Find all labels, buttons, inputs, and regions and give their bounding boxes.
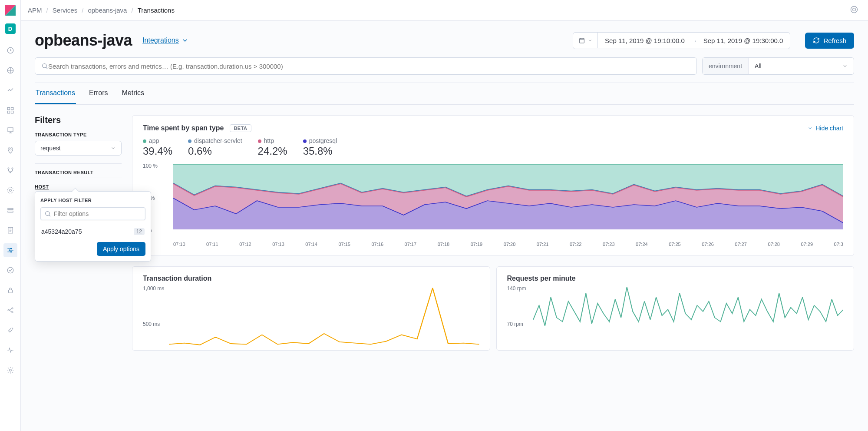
- legend-item[interactable]: http24.2%: [258, 137, 287, 157]
- chevron-down-icon: [182, 37, 188, 44]
- refresh-button[interactable]: Refresh: [805, 33, 854, 49]
- xtick: 07:29: [801, 242, 813, 247]
- refresh-icon: [813, 37, 820, 44]
- ytick: 1,000 ms: [143, 285, 164, 292]
- legend-label: postgresql: [309, 137, 337, 144]
- popover-option[interactable]: a45324a20a75 12: [35, 225, 151, 239]
- breadcrumb-current: Transactions: [138, 7, 175, 14]
- rpm-chart[interactable]: 140 rpm 70 rpm: [507, 285, 844, 350]
- nav-infra[interactable]: [3, 183, 17, 197]
- page-header: opbeans-java Integrations Sep 11, 2019 @…: [35, 31, 854, 50]
- popover-title: APPLY HOST FILTER: [35, 196, 151, 207]
- date-from: Sep 11, 2019 @ 19:10:00.0: [605, 37, 685, 44]
- legend-percent: 35.8%: [303, 145, 337, 157]
- popover-search[interactable]: [40, 207, 145, 220]
- search-input[interactable]: [48, 63, 690, 70]
- host-filter-popover: APPLY HOST FILTER a45324a20a75 12 Apply …: [35, 191, 151, 262]
- nav-maps[interactable]: [3, 143, 17, 157]
- legend-label: http: [264, 137, 274, 144]
- nav-discover[interactable]: [3, 63, 17, 77]
- span-chart[interactable]: 100 % 50 % 0 % 07:1007:1107:1207:1307:14…: [143, 164, 843, 247]
- nav-apm[interactable]: [3, 243, 17, 257]
- xtick: 07:25: [669, 242, 681, 247]
- svg-point-19: [9, 250, 10, 251]
- nav-dashboard[interactable]: [3, 103, 17, 117]
- svg-point-24: [12, 308, 13, 309]
- xtick: 07:11: [206, 242, 218, 247]
- refresh-label: Refresh: [823, 37, 846, 44]
- tab-metrics[interactable]: Metrics: [121, 83, 145, 104]
- filter-host-label[interactable]: HOST: [35, 184, 122, 189]
- space-selector[interactable]: D: [5, 23, 16, 34]
- environment-value: All: [755, 63, 762, 70]
- xtick: 07:19: [471, 242, 483, 247]
- integrations-link[interactable]: Integrations: [142, 36, 188, 44]
- hide-chart-label: Hide chart: [815, 125, 843, 132]
- hide-chart-link[interactable]: Hide chart: [808, 125, 843, 132]
- nav-security[interactable]: [3, 283, 17, 297]
- rpm-title: Requests per minute: [507, 275, 844, 282]
- tab-errors[interactable]: Errors: [88, 83, 109, 104]
- breadcrumb-service[interactable]: opbeans-java: [88, 7, 127, 14]
- svg-point-28: [853, 8, 856, 11]
- chevron-down-icon: [111, 146, 116, 151]
- beta-badge: BETA: [230, 124, 251, 132]
- ytick: 70 rpm: [507, 321, 523, 327]
- breadcrumb-services[interactable]: Services: [53, 7, 78, 14]
- svg-rect-16: [8, 211, 13, 212]
- filter-result-label[interactable]: TRANSACTION RESULT: [35, 170, 122, 175]
- xtick: 07:17: [405, 242, 417, 247]
- page-title: opbeans-java: [35, 31, 132, 50]
- legend-item[interactable]: postgresql35.8%: [303, 137, 337, 157]
- apply-options-button[interactable]: Apply options: [97, 242, 145, 256]
- help-icon[interactable]: [847, 3, 861, 18]
- xtick: 07:16: [371, 242, 383, 247]
- legend-dot-icon: [143, 139, 146, 143]
- legend-item[interactable]: app39.4%: [143, 137, 172, 157]
- svg-rect-5: [11, 107, 13, 109]
- xtick: 07:15: [338, 242, 350, 247]
- search-icon: [41, 63, 48, 70]
- svg-rect-7: [11, 111, 13, 113]
- xtick: 07:12: [239, 242, 251, 247]
- nav-monitoring[interactable]: [3, 343, 17, 357]
- date-picker-toggle[interactable]: [573, 33, 598, 48]
- topbar: APM / Services / opbeans-java / Transact…: [21, 0, 868, 21]
- legend-item[interactable]: dispatcher-servlet0.6%: [188, 137, 242, 157]
- td-chart[interactable]: 1,000 ms 500 ms: [143, 285, 479, 350]
- svg-point-11: [12, 168, 13, 169]
- breadcrumb-apm[interactable]: APM: [28, 7, 42, 14]
- legend-percent: 24.2%: [258, 145, 287, 157]
- nav-graph[interactable]: [3, 303, 17, 317]
- chevron-down-icon: [808, 126, 813, 131]
- tab-transactions[interactable]: Transactions: [35, 83, 76, 104]
- legend-label: dispatcher-servlet: [194, 137, 242, 144]
- xtick: 07:23: [603, 242, 615, 247]
- nav-ml[interactable]: [3, 163, 17, 177]
- kibana-logo-icon[interactable]: [4, 4, 17, 17]
- chevron-down-icon: [842, 63, 848, 69]
- span-type-panel: Time spent by span type BETA Hide chart …: [132, 115, 854, 256]
- nav-management[interactable]: [3, 363, 17, 377]
- nav-logs[interactable]: [3, 203, 17, 217]
- popover-search-input[interactable]: [54, 210, 142, 217]
- nav-canvas[interactable]: [3, 123, 17, 137]
- nav-uptime[interactable]: [3, 263, 17, 277]
- filter-type-select[interactable]: request: [35, 141, 122, 156]
- svg-rect-15: [8, 209, 13, 210]
- date-picker[interactable]: Sep 11, 2019 @ 19:10:00.0 → Sep 11, 2019…: [573, 32, 790, 49]
- svg-point-23: [8, 310, 9, 311]
- search-input-wrapper[interactable]: [35, 57, 697, 75]
- xtick: 07:10: [173, 242, 185, 247]
- nav-devtools[interactable]: [3, 323, 17, 337]
- environment-filter[interactable]: environment All: [702, 57, 854, 75]
- nav-visualize[interactable]: [3, 83, 17, 97]
- svg-point-27: [851, 7, 858, 13]
- nav-notes[interactable]: [3, 223, 17, 237]
- td-title: Transaction duration: [143, 275, 479, 282]
- span-panel-title: Time spent by span type: [143, 124, 224, 132]
- ytick: 100 %: [143, 163, 158, 169]
- nav-recent[interactable]: [3, 43, 17, 57]
- xtick: 07:18: [438, 242, 450, 247]
- xtick: 07:28: [768, 242, 780, 247]
